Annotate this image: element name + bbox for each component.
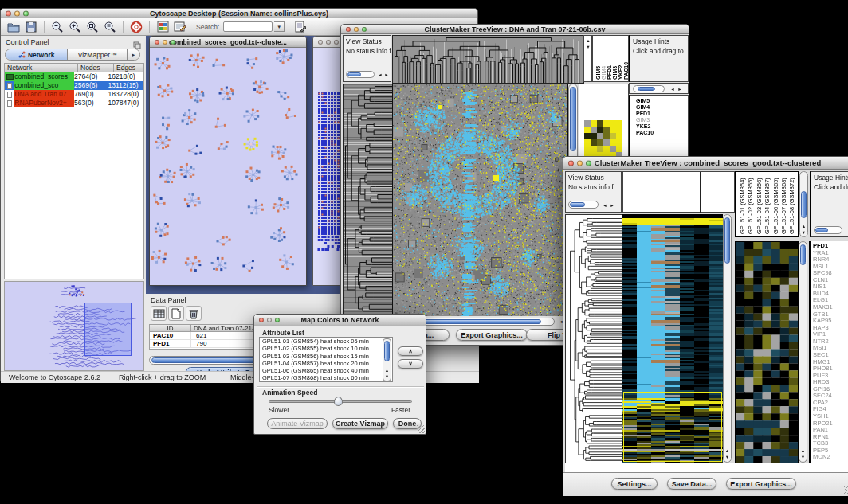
tv1-matrix-row-label[interactable]: PFD1	[636, 111, 650, 117]
tv2-gene-label[interactable]: HRD3	[813, 379, 829, 385]
tv2-gene-label[interactable]: PFD1	[813, 243, 828, 249]
matrix-cell[interactable]	[616, 139, 622, 146]
matrix-cell[interactable]	[591, 127, 597, 133]
network-row[interactable]: combined_scores_2764(0)16218(0)	[5, 72, 143, 81]
tv1-row-dendrogram[interactable]	[343, 84, 393, 318]
tv1-matrix-row-label[interactable]: GIM3	[636, 117, 650, 123]
close-icon[interactable]	[346, 27, 351, 32]
matrix-cell[interactable]	[597, 127, 603, 133]
tv2-column-label[interactable]: GPL51-01 (GSM854)	[739, 174, 746, 234]
zoom-window-icon[interactable]	[362, 27, 367, 32]
tv1-status-scrollbar[interactable]	[346, 71, 375, 78]
matrix-cell[interactable]	[591, 139, 597, 146]
network-row[interactable]: combined_sco2569(6)13112(15)	[5, 81, 143, 90]
tv1-export-graphics-button[interactable]: Export Graphics...	[456, 329, 528, 341]
tv1-column-label[interactable]: GIM4	[601, 37, 607, 80]
treeview2-titlebar[interactable]: ClusterMaker TreeView : combined_scores_…	[563, 157, 848, 170]
attribute-list-item[interactable]: GPL51-03 (GSM856) heat shock 15 min	[260, 353, 392, 360]
tv2-heatmap[interactable]	[622, 214, 723, 463]
matrix-cell[interactable]	[610, 146, 616, 152]
tv1-similarity-matrix[interactable]	[584, 120, 622, 158]
scroll-up-icon[interactable]: ▲	[384, 367, 390, 373]
tv2-column-label[interactable]: GPL51-03 (GSM856)	[756, 174, 763, 234]
scroll-up-icon[interactable]: ▲	[724, 447, 730, 454]
scroll-left-icon[interactable]: ◄	[669, 86, 676, 92]
tv2-collabel-vscrollbar[interactable]: ▲ ▼	[799, 171, 808, 237]
scroll-thumb[interactable]	[347, 72, 361, 76]
new-attribute-icon[interactable]	[168, 306, 184, 321]
vizmap-grid-icon[interactable]	[155, 19, 171, 34]
tv1-matrix-row-label[interactable]: GIM4	[636, 104, 650, 111]
zoom-window-icon[interactable]	[171, 40, 175, 45]
treeview1-titlebar[interactable]: ClusterMaker TreeView : DNA and Tran 07-…	[341, 25, 689, 34]
matrix-cell[interactable]	[610, 120, 616, 127]
tv2-export-graphics-button[interactable]: Export Graphics...	[726, 478, 796, 490]
scroll-up-icon[interactable]: ▲	[800, 447, 806, 454]
col-header-edges[interactable]: Edges	[114, 64, 143, 72]
matrix-cell[interactable]	[597, 133, 603, 139]
tv2-gene-label[interactable]: KAP95	[813, 318, 831, 324]
scroll-up-icon[interactable]: ▲	[585, 37, 591, 44]
tv2-column-label[interactable]: GPL51-06 (GSM865)	[772, 174, 779, 234]
matrix-cell[interactable]	[603, 120, 610, 127]
delete-attribute-trash-icon[interactable]	[186, 306, 202, 321]
annotation-icon[interactable]	[172, 19, 188, 34]
matrix-cell[interactable]	[603, 133, 610, 139]
create-vizmap-button[interactable]: Create Vizmap	[332, 418, 388, 429]
tv1-column-label[interactable]: PAC10	[623, 37, 629, 80]
col-header-id[interactable]: ID	[150, 325, 191, 331]
network-list[interactable]: combined_scores_2764(0)16218(0)combined_…	[4, 72, 144, 279]
close-icon[interactable]	[568, 160, 574, 166]
tv2-gene-label[interactable]: PHO81	[813, 365, 833, 372]
minimize-icon[interactable]	[354, 27, 359, 32]
scroll-left-icon[interactable]: ◄	[602, 202, 608, 209]
close-icon[interactable]	[155, 40, 159, 45]
attribute-list-item[interactable]: GPL51-07 (GSM868) heat shock 60 min	[260, 374, 392, 381]
tv2-column-label[interactable]: GPL51-04 (GSM857)	[764, 174, 771, 234]
vscroll-thumb[interactable]	[384, 341, 390, 361]
zoom-out-icon[interactable]	[49, 19, 65, 34]
minimize-icon[interactable]	[14, 10, 20, 16]
tv1-usage-scrollbar[interactable]	[633, 85, 665, 92]
tv2-zoom-vscrollbar[interactable]: ▲ ▼	[799, 241, 807, 463]
tv1-column-label[interactable]: GIM5	[595, 37, 601, 80]
tv2-heatmap-vscrollbar[interactable]: ▲ ▼	[723, 214, 732, 463]
scroll-down-icon[interactable]: ▼	[801, 229, 807, 236]
attribute-list-item[interactable]: GPL51-02 (GSM855) heat shock 10 min	[260, 345, 392, 352]
tv2-zoom-heatmap[interactable]	[735, 241, 799, 464]
col-header-network[interactable]: Network	[5, 64, 78, 72]
minimize-icon[interactable]	[326, 40, 331, 45]
matrix-cell[interactable]	[584, 139, 591, 146]
select-attributes-icon[interactable]	[151, 306, 167, 321]
tab-network[interactable]: Network	[6, 49, 68, 60]
report-icon[interactable]	[292, 19, 308, 34]
zoom-window-icon[interactable]	[334, 40, 339, 45]
tv2-gene-label[interactable]: RNR4	[813, 256, 829, 263]
tab-vizmapper[interactable]: VizMapper™	[68, 49, 128, 60]
tv1-column-label[interactable]: YKE2	[618, 37, 623, 80]
tv2-column-label[interactable]: GPL51-02 (GSM855)	[747, 174, 754, 234]
attribute-list-item[interactable]: GPL51-06 (GSM865) heat shock 40 min	[260, 367, 392, 374]
matrix-cell[interactable]	[610, 127, 616, 133]
scroll-right-icon[interactable]: ►	[677, 86, 683, 92]
matrix-cell[interactable]	[603, 127, 610, 133]
matrix-cell[interactable]	[591, 146, 597, 152]
matrix-cell[interactable]	[616, 146, 622, 152]
matrix-cell[interactable]	[603, 139, 610, 146]
zoom-window-icon[interactable]	[586, 160, 591, 166]
tv1-matrix-row-label[interactable]: YKE2	[636, 123, 650, 130]
network-row[interactable]: DNA and Tran 07769(0)183728(0)	[5, 90, 143, 99]
search-dropdown-icon[interactable]: ▼	[274, 21, 285, 32]
minimize-icon[interactable]	[267, 318, 272, 322]
zoom-fit-icon[interactable]	[84, 19, 100, 34]
vscroll-thumb[interactable]	[800, 244, 806, 265]
matrix-cell[interactable]	[616, 133, 622, 139]
help-lifering-icon[interactable]	[128, 19, 144, 34]
tv2-row-dendrogram[interactable]	[565, 214, 623, 464]
animate-vizmap-button[interactable]: Animate Vizmap	[267, 418, 328, 429]
tv2-save-data-button[interactable]: Save Data...	[667, 478, 716, 490]
matrix-cell[interactable]	[584, 127, 591, 133]
scroll-right-icon[interactable]: ►	[609, 202, 615, 209]
scroll-up-icon[interactable]: ▲	[801, 223, 807, 229]
minimize-icon[interactable]	[577, 160, 583, 166]
